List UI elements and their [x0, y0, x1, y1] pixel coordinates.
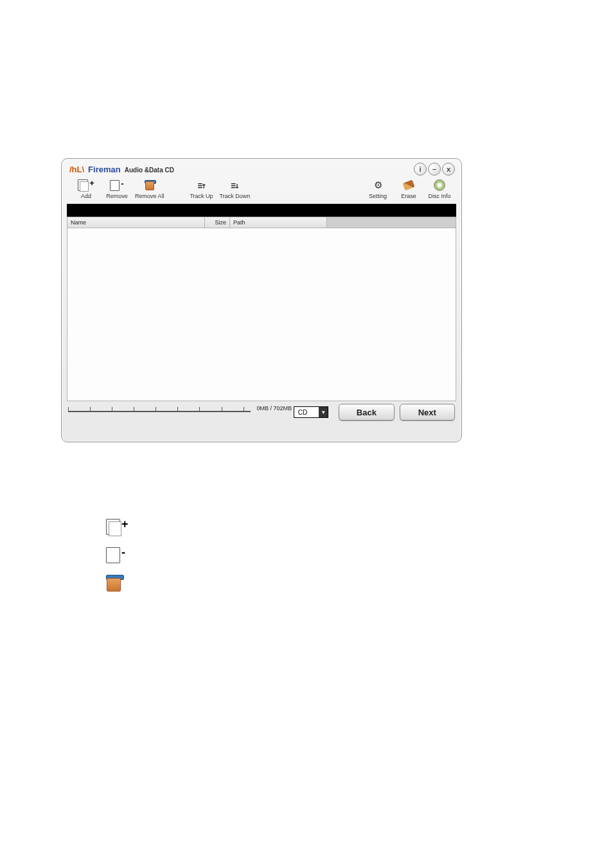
header-strip [67, 204, 456, 217]
remove-label: Remove [106, 193, 128, 199]
toolbar-right: ⚙ Setting Erase Disc Info [362, 178, 455, 201]
icon-legend: + - [106, 517, 129, 593]
track-up-label: Track Up [190, 193, 213, 199]
remove-all-label: Remove All [135, 193, 164, 199]
track-down-button[interactable]: ≡↓ Track Down [217, 178, 253, 201]
mode-label: Audio &Data CD [125, 167, 174, 174]
app-title: /hL\ Fireman Audio &Data CD [69, 165, 174, 174]
disc-type-value: CD [294, 409, 319, 416]
add-label: Add [81, 193, 91, 199]
disc-type-select[interactable]: CD ▾ [294, 406, 328, 418]
add-file-icon: + [78, 179, 94, 192]
col-size[interactable]: Size [205, 217, 230, 228]
erase-button[interactable]: Erase [393, 178, 424, 201]
next-button[interactable]: Next [400, 404, 455, 420]
minimize-button[interactable]: – [428, 163, 441, 176]
capacity-ruler [68, 411, 251, 417]
footer: 0MB / 702MB CD ▾ Back Next [62, 401, 461, 424]
legend-remove-icon: - [106, 545, 129, 565]
chevron-down-icon: ▾ [319, 407, 328, 417]
flame-icon: /hL\ [69, 165, 84, 174]
toolbar: + Add - Remove Remove All ≡↑ Track Up ≡↓… [62, 177, 461, 202]
column-headers: Name Size Path [67, 217, 456, 228]
brand-name: Fireman [88, 165, 121, 174]
setting-button[interactable]: ⚙ Setting [362, 178, 393, 201]
toolbar-left: + Add - Remove Remove All ≡↑ Track Up ≡↓… [71, 178, 253, 201]
remove-all-button[interactable]: Remove All [132, 178, 167, 201]
app-window: /hL\ Fireman Audio &Data CD i – x + Add … [61, 158, 462, 442]
window-buttons: i – x [414, 163, 455, 176]
capacity-text: 0MB / 702MB [256, 405, 292, 411]
track-up-icon: ≡↑ [198, 179, 206, 192]
track-down-icon: ≡↓ [231, 179, 239, 192]
disc-info-label: Disc Info [428, 193, 450, 199]
setting-label: Setting [369, 193, 387, 199]
remove-button[interactable]: - Remove [102, 178, 132, 201]
info-button[interactable]: i [414, 163, 427, 176]
track-up-button[interactable]: ≡↑ Track Up [186, 178, 217, 201]
track-list[interactable] [67, 228, 456, 401]
col-name[interactable]: Name [67, 217, 205, 228]
titlebar: /hL\ Fireman Audio &Data CD i – x [62, 159, 461, 177]
col-path[interactable]: Path [230, 217, 327, 228]
track-down-label: Track Down [220, 193, 251, 199]
disc-info-button[interactable]: Disc Info [424, 178, 455, 201]
legend-add-icon: + [106, 517, 129, 536]
add-button[interactable]: + Add [71, 178, 102, 201]
remove-file-icon: - [110, 179, 123, 192]
col-rest [327, 217, 456, 228]
back-button[interactable]: Back [339, 404, 394, 420]
disc-icon [434, 179, 445, 192]
close-button[interactable]: x [442, 163, 455, 176]
eraser-icon [404, 179, 414, 192]
erase-label: Erase [401, 193, 416, 199]
trash-icon [145, 179, 155, 192]
gear-icon: ⚙ [374, 179, 382, 192]
legend-trash-icon [106, 574, 129, 593]
